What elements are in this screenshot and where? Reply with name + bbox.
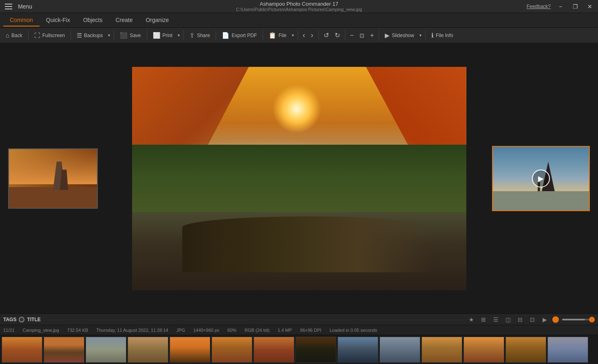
strip-thumb-10[interactable] <box>380 337 420 363</box>
share-button[interactable]: ⇧ Share <box>186 30 213 41</box>
feedback-link[interactable]: Feedback? <box>527 4 551 9</box>
file-icon: 📋 <box>269 32 276 39</box>
zoom-in-button[interactable]: + <box>368 31 376 40</box>
strip-thumb-2[interactable] <box>44 337 84 363</box>
play-icon: ▶ <box>538 174 544 183</box>
strip-thumb-1[interactable] <box>2 337 42 363</box>
zoom-slider-thumb[interactable] <box>589 317 595 322</box>
strip-thumb-14[interactable] <box>547 337 588 363</box>
prev-button[interactable]: ‹ <box>300 30 308 40</box>
person <box>182 216 433 272</box>
strip-thumb-img-5 <box>170 337 210 362</box>
save-icon: ⬛ <box>120 32 128 39</box>
strip-thumb-6[interactable] <box>212 337 252 363</box>
toolbar-sep-5 <box>183 31 184 40</box>
view-grid-button[interactable]: ⊞ <box>479 315 488 324</box>
strip-thumb-img-10 <box>380 337 420 362</box>
print-arrow[interactable]: ▾ <box>177 31 181 39</box>
minimize-button[interactable]: − <box>556 2 565 11</box>
tab-quick-fix[interactable]: Quick-Fix <box>40 14 77 26</box>
export-pdf-button[interactable]: 📄 Export PDF <box>218 30 260 41</box>
zoom-slider[interactable] <box>562 319 595 320</box>
right-thumbnail[interactable]: ▶ <box>492 146 590 211</box>
fullscreen-status-button[interactable]: ⊡ <box>528 315 537 324</box>
tab-organize[interactable]: Organize <box>139 14 175 26</box>
strip-thumb-img-1 <box>2 337 42 362</box>
strip-thumb-9[interactable] <box>338 337 378 363</box>
left-thumbnail[interactable] <box>8 148 98 209</box>
left-thumb-sky <box>9 149 97 184</box>
tags-section: TAGS TITLE <box>3 317 41 322</box>
strip-thumb-11[interactable] <box>421 337 462 363</box>
strip-thumb-img-3 <box>86 337 126 362</box>
tab-common[interactable]: Common <box>3 14 40 26</box>
strip-thumb-img-11 <box>422 337 462 362</box>
left-thumb-ground <box>9 187 97 207</box>
save-button[interactable]: ⬛ Save <box>117 30 144 41</box>
file-megapixels: 1.4 MP <box>278 328 292 333</box>
file-button[interactable]: 📋 File <box>265 30 289 41</box>
strip-thumb-8[interactable] <box>296 337 336 363</box>
strip-thumb-12[interactable] <box>463 337 504 363</box>
toolbar-sep-1 <box>28 31 29 40</box>
share-icon: ⇧ <box>190 32 195 39</box>
favorite-button[interactable]: ★ <box>467 315 476 324</box>
file-dpi: 96×96 DPI <box>300 328 321 333</box>
compare-button[interactable]: ⊟ <box>516 315 525 324</box>
toolbar-sep-7 <box>263 31 263 40</box>
file-color-mode: RGB (24 bit) <box>245 328 269 333</box>
app-name: Ashampoo Photo Commander 17 <box>236 1 362 7</box>
view-list-button[interactable]: ☰ <box>491 315 500 324</box>
tab-create[interactable]: Create <box>109 14 139 26</box>
strip-thumb-3[interactable] <box>86 337 126 363</box>
print-button[interactable]: ⬜ Print <box>150 30 176 41</box>
file-arrow[interactable]: ▾ <box>291 31 295 39</box>
strip-thumb-img-12 <box>464 337 504 362</box>
backups-arrow[interactable]: ▾ <box>107 31 111 39</box>
file-info-button[interactable]: ℹ File Info <box>428 30 457 41</box>
home-icon: ⌂ <box>6 32 9 39</box>
strip-thumb-img-14 <box>548 337 588 362</box>
zoom-out-button[interactable]: − <box>348 31 356 40</box>
fullscreen-button[interactable]: ⛶ Fullscreen <box>31 30 68 40</box>
next-button[interactable]: › <box>309 30 316 40</box>
file-format: JPG <box>177 328 185 333</box>
restore-button[interactable]: ❐ <box>570 2 580 11</box>
zoom-fit-button[interactable]: ⊡ <box>357 31 367 40</box>
menu-label[interactable]: Menu <box>18 3 32 10</box>
toolbar-sep-9 <box>318 31 319 40</box>
file-load-time: Loaded in 0.05 seconds <box>329 328 377 333</box>
rotate-cw-button[interactable]: ↻ <box>332 31 342 40</box>
back-button[interactable]: ⌂ Back <box>2 30 26 40</box>
main-image-container <box>132 67 466 290</box>
strip-thumb-img-7 <box>254 337 294 362</box>
strip-thumb-5[interactable] <box>170 337 210 363</box>
view-details-button[interactable]: ◫ <box>503 315 512 324</box>
tags-label: TAGS <box>3 317 16 322</box>
file-zoom: 60% <box>227 328 236 333</box>
close-button[interactable]: ✕ <box>585 2 595 11</box>
tab-objects[interactable]: Objects <box>77 14 109 26</box>
print-icon: ⬜ <box>153 32 161 39</box>
menu-hamburger[interactable] <box>3 2 14 11</box>
nav-tabs: Common Quick-Fix Objects Create Organize <box>0 13 598 28</box>
slideshow-button[interactable]: ▶ Slideshow <box>382 30 417 41</box>
strip-thumb-img-4 <box>128 337 168 362</box>
rotate-ccw-button[interactable]: ↺ <box>321 31 331 40</box>
toolbar-sep-10 <box>345 31 345 40</box>
toolbar-sep-3 <box>114 31 114 40</box>
strip-thumb-4[interactable] <box>128 337 168 363</box>
zoom-slider-fill <box>562 319 585 320</box>
slideshow-status-button[interactable]: ▶ <box>540 315 549 324</box>
strip-thumb-7[interactable] <box>254 337 294 363</box>
strip-thumb-13[interactable] <box>505 337 546 363</box>
slideshow-arrow[interactable]: ▾ <box>418 31 423 39</box>
backups-button[interactable]: ☰ Backups <box>73 30 106 41</box>
toolbar-sep-11 <box>379 31 379 40</box>
color-tag-circle[interactable] <box>552 316 559 323</box>
file-name: Camping_view.jpg <box>23 328 59 333</box>
tags-toggle[interactable] <box>19 317 24 322</box>
toolbar-sep-6 <box>216 31 216 40</box>
play-button-overlay[interactable]: ▶ <box>532 170 550 188</box>
thumbnail-strip <box>0 335 598 364</box>
